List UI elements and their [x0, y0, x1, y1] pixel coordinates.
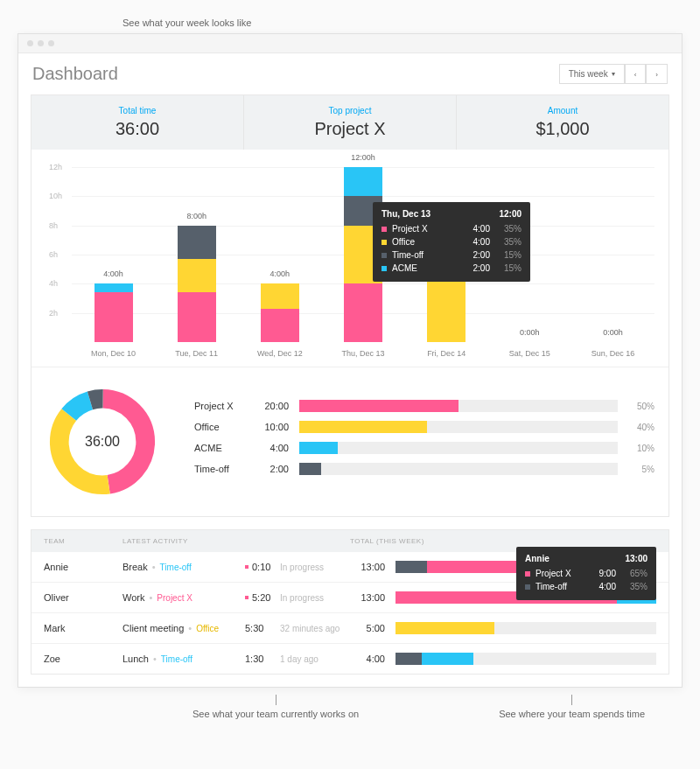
annotation-team-time: See where your team spends time — [499, 709, 645, 719]
team-bar — [396, 653, 656, 665]
team-duration: 5:30 — [245, 623, 280, 633]
breakdown-row: Time-off2:005% — [194, 463, 654, 475]
bar-value-label: 0:00h — [520, 328, 540, 337]
y-tick: 6h — [49, 250, 58, 259]
breakdown-row: Project X20:0050% — [194, 400, 654, 412]
chevron-down-icon: ▾ — [612, 70, 615, 78]
breakdown-pct: 10% — [628, 444, 654, 453]
chevron-right-icon: › — [655, 71, 658, 79]
x-tick: Sat, Dec 15 — [488, 349, 571, 358]
breakdown-time: 4:00 — [257, 443, 289, 453]
header: Dashboard This week▾ ‹ › — [18, 53, 682, 94]
team-total: 5:00 — [350, 623, 385, 633]
team-activity: Work • Project X — [122, 592, 245, 603]
summary-value: Project X — [244, 119, 456, 139]
breakdown-time: 10:00 — [257, 422, 289, 432]
period-next-button[interactable]: › — [646, 64, 668, 84]
summary-total-time: Total time 36:00 — [32, 95, 244, 150]
bar-column[interactable]: 8:00h — [155, 167, 238, 342]
x-tick: Wed, Dec 12 — [238, 349, 321, 358]
bar-value-label: 4:00h — [103, 269, 123, 278]
breakdown-pct: 50% — [628, 402, 654, 411]
page-title: Dashboard — [32, 64, 118, 84]
team-status: In progress — [280, 593, 350, 603]
x-tick: Fri, Dec 14 — [405, 349, 488, 358]
bar-column[interactable]: 0:00h — [571, 167, 654, 342]
breakdown-row: ACME4:0010% — [194, 442, 654, 454]
breakdown-bar — [299, 400, 618, 412]
team-card: TEAM LATEST ACTIVITY TOTAL (THIS WEEK) A… — [31, 529, 669, 675]
breakdown-bar — [299, 421, 618, 433]
team-total: 4:00 — [350, 654, 385, 664]
breakdown-list: Project X20:0050%Office10:0040%ACME4:001… — [194, 400, 654, 484]
y-tick: 12h — [49, 163, 62, 171]
team-total: 13:00 — [350, 562, 385, 572]
period-dropdown[interactable]: This week▾ — [559, 64, 625, 84]
chart-card: Total time 36:00 Top project Project X A… — [31, 94, 669, 517]
donut-chart: 36:00 — [46, 385, 159, 499]
bar-column[interactable]: 4:00h — [72, 167, 155, 342]
bar-value-label: 12:00h — [351, 153, 375, 162]
team-activity: Break • Time-off — [122, 562, 245, 572]
breakdown-time: 20:00 — [257, 401, 289, 411]
team-row[interactable]: Mark Client meeting • Office 5:30 32 min… — [32, 613, 668, 644]
col-header-total: TOTAL (THIS WEEK) — [350, 537, 656, 545]
team-row[interactable]: Annie Break • Time-off 0:10 In progress … — [32, 552, 668, 583]
team-status: In progress — [280, 563, 350, 572]
summary-label: Amount — [457, 106, 668, 115]
summary-amount: Amount $1,000 — [457, 95, 668, 150]
team-tooltip: Annie13:00Project X9:0065%Time-off4:0035… — [516, 547, 656, 600]
breakdown-bar — [299, 442, 618, 454]
x-tick: Mon, Dec 10 — [72, 349, 155, 358]
donut-center-value: 36:00 — [85, 434, 120, 450]
summary-label: Top project — [244, 106, 456, 115]
y-tick: 10h — [49, 192, 62, 200]
summary-top-project: Top project Project X — [244, 95, 457, 150]
team-status: 1 day ago — [280, 654, 350, 664]
chevron-left-icon: ‹ — [634, 71, 637, 79]
y-tick: 8h — [49, 221, 58, 230]
team-bar — [396, 622, 656, 634]
team-status: 32 minutes ago — [280, 624, 350, 633]
team-row[interactable]: Zoe Lunch • Time-off 1:30 1 day ago 4:00 — [32, 644, 668, 674]
col-header-team: TEAM — [44, 537, 122, 545]
x-tick: Sun, Dec 16 — [571, 349, 654, 358]
team-member-name: Mark — [44, 623, 122, 633]
breakdown-pct: 40% — [628, 423, 654, 432]
summary-row: Total time 36:00 Top project Project X A… — [32, 95, 668, 150]
team-member-name: Oliver — [44, 592, 122, 603]
x-tick: Tue, Dec 11 — [155, 349, 238, 358]
summary-value: 36:00 — [32, 119, 243, 139]
period-prev-button[interactable]: ‹ — [625, 64, 647, 84]
annotation-week: See what your week looks like — [122, 17, 682, 28]
breakdown-name: Project X — [194, 401, 247, 411]
bar-value-label: 4:00h — [270, 269, 290, 278]
team-duration: 0:10 — [245, 562, 280, 572]
traffic-light-icon — [27, 40, 33, 46]
team-activity: Lunch • Time-off — [122, 654, 245, 664]
traffic-light-icon — [38, 40, 44, 46]
status-dot-icon — [245, 565, 248, 569]
summary-value: $1,000 — [457, 119, 668, 139]
traffic-light-icon — [48, 40, 54, 46]
breakdown-name: Office — [194, 422, 247, 432]
team-activity: Client meeting • Office — [122, 623, 245, 633]
window-titlebar — [18, 34, 682, 53]
x-tick: Thu, Dec 13 — [321, 349, 404, 358]
bottom-annotations: See what your team currently works on Se… — [18, 695, 682, 719]
app-window: Dashboard This week▾ ‹ › Total time 36:0… — [18, 33, 682, 688]
team-member-name: Annie — [44, 562, 122, 572]
annotation-team-works: See what your team currently works on — [192, 709, 359, 719]
period-selector: This week▾ ‹ › — [559, 64, 668, 84]
chart-tooltip: Thu, Dec 1312:00Project X4:0035%Office4:… — [373, 202, 530, 282]
summary-label: Total time — [32, 106, 243, 115]
bar-value-label: 8:00h — [186, 212, 206, 220]
col-header-activity: LATEST ACTIVITY — [122, 537, 350, 545]
bar-column[interactable]: 4:00h — [238, 167, 321, 342]
y-tick: 2h — [49, 309, 58, 318]
breakdown-name: Time-off — [194, 464, 247, 474]
team-total: 13:00 — [350, 592, 385, 603]
breakdown-bar — [299, 463, 618, 475]
y-tick: 4h — [49, 279, 58, 288]
status-dot-icon — [245, 596, 248, 599]
